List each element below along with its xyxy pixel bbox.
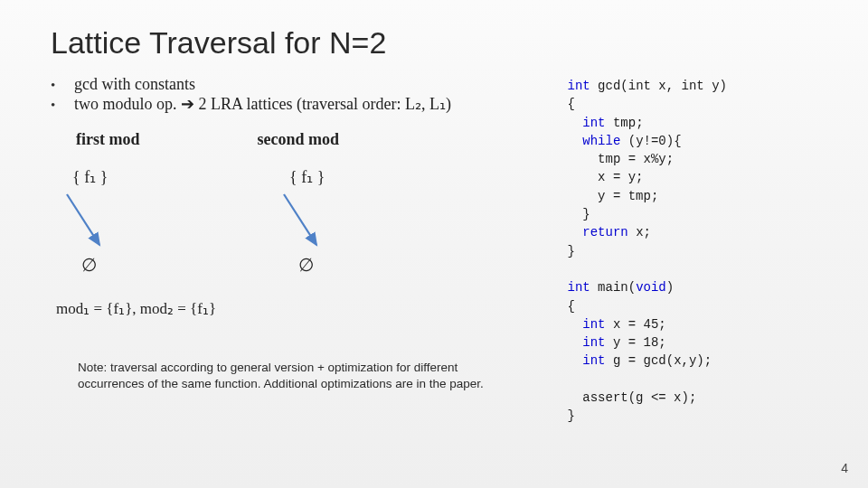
code-block: int gcd(int x, int y) { int tmp; while (… (568, 75, 826, 426)
slide-title: Lattice Traversal for N=2 (51, 25, 825, 61)
lattice-top-node: { f₁ } (289, 167, 325, 187)
two-column-layout: gcd with constants two modulo op. ➔ 2 LR… (51, 75, 825, 426)
bullet-item: gcd with constants (51, 75, 557, 94)
page-number: 4 (841, 461, 848, 475)
slide: Lattice Traversal for N=2 gcd with const… (0, 0, 868, 488)
svg-line-0 (67, 194, 99, 245)
svg-line-1 (284, 194, 316, 245)
arrow-down-icon (56, 189, 137, 258)
lattice-bottom-node: ∅ (81, 254, 97, 276)
lattice-label-first: first mod (76, 130, 140, 149)
mod-assignment: mod₁ = {f₁}, mod₂ = {f₁} (51, 299, 557, 318)
lattice-labels-row: first mod second mod (51, 130, 557, 149)
lattice-first: { f₁ } ∅ (56, 167, 156, 276)
lattice-diagrams: { f₁ } ∅ { f₁ } (51, 167, 557, 276)
lattice-label-second: second mod (258, 130, 340, 149)
lattice-bottom-node: ∅ (298, 254, 314, 276)
arrow-down-icon (273, 189, 354, 258)
footnote: Note: traversal according to general ver… (51, 360, 521, 392)
bullet-list: gcd with constants two modulo op. ➔ 2 LR… (51, 75, 557, 114)
left-column: gcd with constants two modulo op. ➔ 2 LR… (51, 75, 557, 426)
bullet-item: two modulo op. ➔ 2 LRA lattices (travers… (51, 94, 557, 114)
lattice-top-node: { f₁ } (72, 167, 108, 187)
lattice-second: { f₁ } ∅ (273, 167, 373, 276)
